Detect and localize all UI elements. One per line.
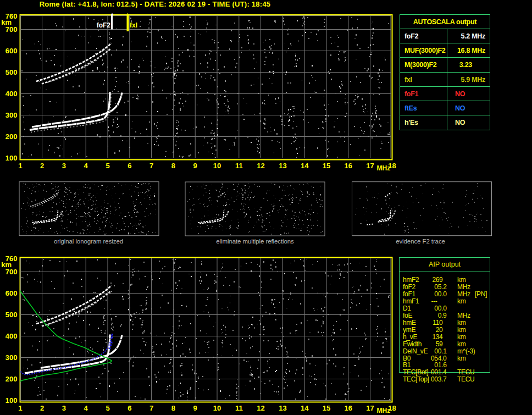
svg-text:foF2: foF2: [97, 21, 111, 29]
svg-text:200: 200: [5, 132, 18, 141]
svg-text:10: 10: [213, 404, 221, 412]
svg-text:700: 700: [5, 25, 18, 34]
svg-text:1: 1: [18, 162, 22, 170]
svg-text:100: 100: [5, 396, 18, 405]
svg-text:15: 15: [323, 162, 330, 170]
svg-text:1: 1: [18, 404, 22, 412]
svg-text:300: 300: [5, 111, 18, 119]
svg-text:10: 10: [213, 162, 221, 170]
svg-text:11: 11: [235, 162, 243, 170]
svg-text:600: 600: [5, 47, 18, 55]
svg-text:3: 3: [62, 404, 66, 412]
svg-text:4: 4: [84, 404, 88, 412]
svg-text:6: 6: [128, 404, 131, 412]
svg-text:4: 4: [84, 162, 88, 170]
svg-text:14: 14: [301, 404, 309, 412]
svg-text:200: 200: [5, 375, 18, 383]
svg-text:13: 13: [279, 404, 286, 412]
svg-text:17: 17: [366, 162, 374, 170]
svg-text:500: 500: [5, 68, 18, 76]
svg-text:16: 16: [345, 404, 352, 412]
svg-text:3: 3: [62, 162, 66, 170]
svg-text:8: 8: [171, 162, 175, 170]
svg-text:7: 7: [149, 404, 153, 412]
svg-text:600: 600: [5, 289, 18, 297]
svg-text:2: 2: [40, 404, 44, 412]
svg-text:12: 12: [257, 162, 264, 170]
svg-text:14: 14: [301, 162, 309, 170]
svg-text:300: 300: [5, 353, 18, 362]
svg-text:400: 400: [5, 332, 18, 340]
svg-text:12: 12: [257, 404, 264, 412]
svg-text:500: 500: [5, 311, 18, 319]
svg-text:13: 13: [279, 162, 286, 170]
svg-text:100: 100: [5, 154, 18, 162]
svg-text:MHz: MHz: [377, 407, 391, 414]
svg-text:15: 15: [323, 404, 330, 412]
svg-text:9: 9: [193, 404, 197, 412]
svg-text:9: 9: [193, 162, 197, 170]
svg-text:16: 16: [345, 162, 352, 170]
svg-text:8: 8: [171, 404, 175, 412]
svg-text:11: 11: [235, 404, 243, 412]
svg-text:2: 2: [40, 162, 44, 170]
svg-text:17: 17: [366, 404, 374, 412]
svg-text:7: 7: [149, 162, 153, 170]
svg-text:fxl: fxl: [130, 21, 137, 29]
svg-text:400: 400: [5, 90, 18, 98]
svg-text:5: 5: [106, 404, 109, 412]
svg-text:5: 5: [106, 162, 109, 170]
svg-text:MHz: MHz: [377, 164, 391, 172]
svg-text:700: 700: [5, 268, 18, 276]
svg-text:6: 6: [128, 162, 131, 170]
